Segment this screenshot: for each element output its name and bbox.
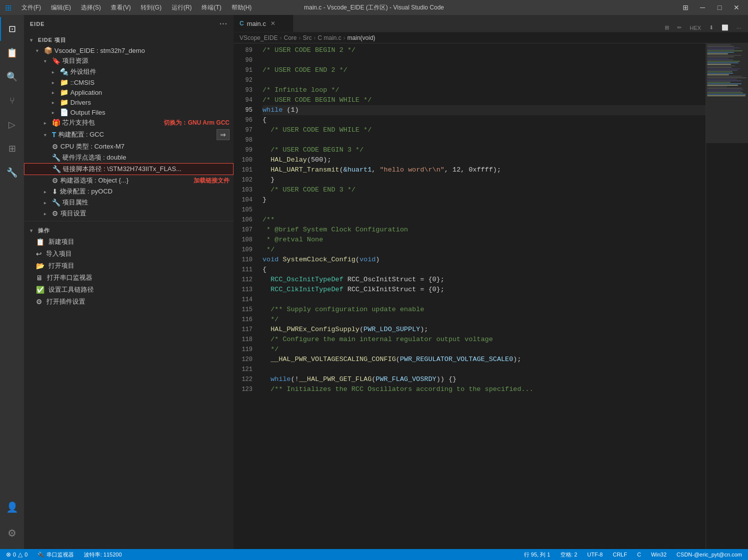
line-number-115: 115 bbox=[234, 305, 252, 315]
baud-rate-label: 波特率: 115200 bbox=[84, 551, 122, 559]
ops-section-label: 操作 bbox=[38, 227, 50, 234]
breadcrumb-core[interactable]: Core bbox=[284, 34, 297, 41]
menu-view[interactable]: 查看(V) bbox=[107, 2, 135, 13]
menu-goto[interactable]: 转到(G) bbox=[137, 2, 165, 13]
switch-toolchain-button[interactable]: ⇒ bbox=[217, 129, 230, 140]
project-chevron bbox=[30, 37, 38, 43]
toolbar-hex-btn[interactable]: HEX bbox=[687, 24, 704, 32]
tree-item-cpu-type[interactable]: ⚙ CPU 类型 : Cortex-M7 bbox=[24, 141, 234, 152]
menu-file[interactable]: 文件(F) bbox=[17, 2, 45, 13]
tree-item-build-options[interactable]: ⚙ 构建器选项 : Object {...} 加载链接文件 bbox=[24, 175, 234, 186]
sidebar-options-button[interactable]: ··· bbox=[220, 19, 228, 28]
tree-item-peripherals[interactable]: 🔩 外设组件 bbox=[24, 66, 234, 77]
project-name-item[interactable]: 📦 Vscode_EIDE : stm32h7_demo bbox=[24, 45, 234, 55]
annotation-gnu-arm-gcc: 切换为：GNU Arm GCC bbox=[164, 119, 230, 127]
status-encoding[interactable]: UTF-8 bbox=[585, 552, 605, 558]
status-indent[interactable]: 空格: 2 bbox=[558, 551, 579, 559]
op-item-import-project[interactable]: ↩ 导入项目 bbox=[24, 248, 234, 260]
tree-item-flash-config[interactable]: ⬇ 烧录配置 : pyOCD bbox=[24, 186, 234, 197]
op-item-open-serial[interactable]: 🖥 打开串口监视器 bbox=[24, 272, 234, 284]
tree-item-project-settings[interactable]: ⚙ 项目设置 bbox=[24, 208, 234, 219]
set-toolchain-label: 设置工具链路径 bbox=[48, 285, 94, 294]
status-platform[interactable]: Win32 bbox=[649, 552, 669, 558]
menu-run[interactable]: 运行(R) bbox=[168, 2, 196, 13]
activity-item-scm[interactable]: ⑂ bbox=[0, 89, 24, 113]
layout-icon[interactable]: ⊞ bbox=[679, 2, 692, 12]
tree-item-output-files[interactable]: 📄 Output Files bbox=[24, 107, 234, 117]
tree-item-hw-float[interactable]: 🔧 硬件浮点选项 : double bbox=[24, 152, 234, 163]
import-project-icon: ↩ bbox=[36, 250, 42, 258]
op-item-new-project[interactable]: 📋 新建项目 bbox=[24, 236, 234, 248]
breadcrumb-mainc[interactable]: C main.c bbox=[318, 34, 341, 41]
project-name-icon: 📦 bbox=[44, 46, 52, 54]
line-number-108: 108 bbox=[234, 235, 252, 245]
tree-item-linker-script[interactable]: 🔧 链接脚本路径 : \STM32H743IITx_FLAS... bbox=[24, 163, 234, 175]
breadcrumb-src[interactable]: Src bbox=[303, 34, 312, 41]
line-number-123: 123 bbox=[234, 384, 252, 394]
tree-item-chip-support[interactable]: 🎁 芯片支持包 切换为：GNU Arm GCC bbox=[24, 117, 234, 128]
line-number-119: 119 bbox=[234, 345, 252, 355]
warn-icon: △ bbox=[18, 551, 22, 558]
platform-label: Win32 bbox=[651, 552, 667, 558]
breadcrumb: VScope_EIDE › Core › Src › C main.c › ma… bbox=[234, 32, 748, 43]
project-section: EIDE 项目 📦 Vscode_EIDE : stm32h7_demo 🔖 项… bbox=[24, 33, 234, 221]
activity-item-search[interactable]: 🔍 bbox=[0, 65, 24, 89]
menu-terminal[interactable]: 终端(T) bbox=[198, 2, 225, 13]
tree-item-drivers[interactable]: 📁 Drivers bbox=[24, 97, 234, 107]
lang-label: C bbox=[637, 552, 641, 558]
activity-item-settings[interactable]: ⚙ bbox=[0, 521, 24, 545]
breadcrumb-vscode-eide[interactable]: VScope_EIDE bbox=[240, 34, 278, 41]
line-number-98: 98 bbox=[234, 135, 252, 145]
activity-item-extensions[interactable]: ⊞ bbox=[0, 137, 24, 161]
menu-help[interactable]: 帮助(H) bbox=[228, 2, 256, 13]
activity-item-account[interactable]: 👤 bbox=[0, 495, 24, 519]
tab-main-c[interactable]: C main.c ✕ bbox=[234, 15, 293, 32]
op-item-open-project[interactable]: 📂 打开项目 bbox=[24, 260, 234, 272]
activity-item-explorer[interactable]: 📋 bbox=[0, 41, 24, 65]
application-icon: 📁 bbox=[60, 88, 68, 96]
minimize-button[interactable]: ─ bbox=[696, 2, 709, 12]
window-title: main.c - Vscode_EIDE (工作区) - Visual Stud… bbox=[304, 3, 444, 12]
toolbar-download-btn[interactable]: ⬇ bbox=[706, 23, 717, 32]
activity-item-eide[interactable]: ⊡ bbox=[0, 17, 24, 41]
tree-item-project-resources[interactable]: 🔖 项目资源 bbox=[24, 55, 234, 66]
code-line-103: /* USER CODE END 3 */ bbox=[262, 185, 706, 195]
status-cursor[interactable]: 行 95, 列 1 bbox=[522, 551, 552, 559]
tree-item-project-props[interactable]: 🔧 项目属性 bbox=[24, 197, 234, 208]
status-bar-left: ⊗ 0 △ 0 🔌 串口监视器 波特率: 115200 bbox=[4, 551, 124, 559]
status-serial-monitor[interactable]: 🔌 串口监视器 bbox=[35, 551, 76, 559]
project-props-label: 项目属性 bbox=[62, 198, 230, 207]
breadcrumb-mainfunc[interactable]: main(void) bbox=[347, 34, 375, 41]
eide-project-header[interactable]: EIDE 项目 bbox=[24, 35, 234, 45]
menu-edit[interactable]: 编辑(E) bbox=[47, 2, 75, 13]
toolbar-layout-btn[interactable]: ⊞ bbox=[662, 23, 672, 32]
scm-activity-icon: ⑂ bbox=[9, 96, 15, 106]
status-errors[interactable]: ⊗ 0 △ 0 bbox=[4, 551, 29, 558]
toolbar-split-btn[interactable]: ⬜ bbox=[719, 23, 732, 32]
sidebar-header: EIDE ··· bbox=[24, 15, 234, 33]
activity-item-plugin[interactable]: 🔧 bbox=[0, 161, 24, 185]
code-line-107: * @brief System Clock Configuration bbox=[262, 225, 706, 235]
toolbar-edit-btn[interactable]: ✏ bbox=[674, 23, 685, 32]
status-csdn[interactable]: CSDN-@eric_pyt@cn.com bbox=[675, 552, 744, 558]
search-activity-icon: 🔍 bbox=[6, 71, 17, 82]
tab-close-button[interactable]: ✕ bbox=[269, 19, 277, 27]
settings-activity-icon: ⚙ bbox=[7, 527, 16, 539]
activity-item-run[interactable]: ▷ bbox=[0, 113, 24, 137]
close-button[interactable]: ✕ bbox=[730, 2, 743, 12]
minimap bbox=[706, 43, 748, 549]
status-eol[interactable]: CRLF bbox=[611, 552, 629, 558]
code-content[interactable]: /* USER CODE BEGIN 2 */ /* USER CODE END… bbox=[258, 43, 706, 549]
maximize-button[interactable]: □ bbox=[713, 2, 726, 12]
toolbar-more-btn[interactable]: ··· bbox=[734, 24, 744, 32]
code-line-94: /* USER CODE BEGIN WHILE */ bbox=[262, 95, 706, 105]
status-baud-rate[interactable]: 波特率: 115200 bbox=[82, 551, 124, 559]
tree-item-build-config[interactable]: T 构建配置 : GCC ⇒ bbox=[24, 128, 234, 141]
line-number-117: 117 bbox=[234, 325, 252, 335]
op-item-open-plugin[interactable]: ⚙ 打开插件设置 bbox=[24, 296, 234, 308]
tree-item-application[interactable]: 📁 Application bbox=[24, 87, 234, 97]
tree-item-cmsis[interactable]: 📁 ::CMSIS bbox=[24, 77, 234, 87]
op-item-set-toolchain[interactable]: ✅ 设置工具链路径 bbox=[24, 284, 234, 296]
menu-select[interactable]: 选择(S) bbox=[77, 2, 105, 13]
status-lang[interactable]: C bbox=[635, 552, 643, 558]
